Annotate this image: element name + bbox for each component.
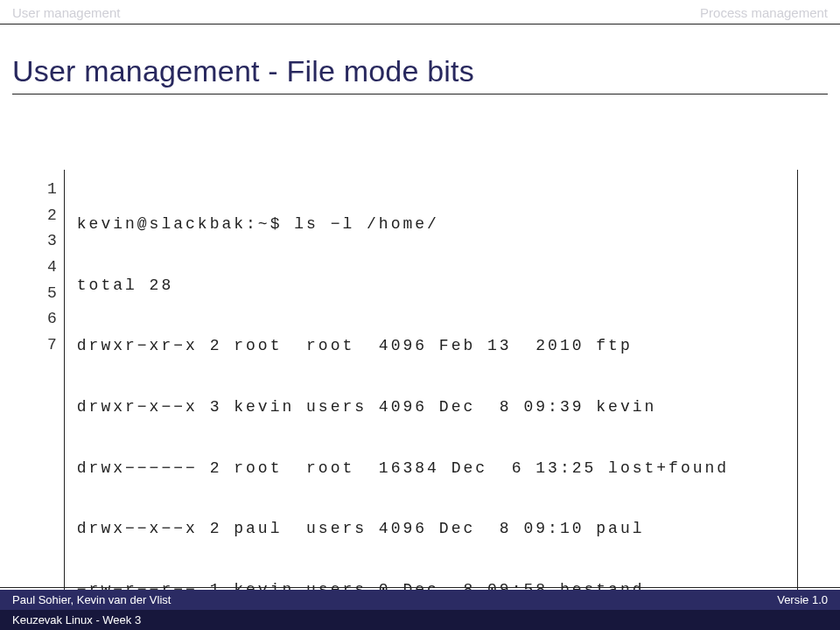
- slide: User management Process management User …: [0, 0, 840, 630]
- footer-row-bottom: Keuzevak Linux - Week 3: [0, 610, 840, 630]
- line-number-column: 1 2 3 4 5 6 7: [42, 170, 65, 630]
- code-line: drwx−−x−−x 2 paul users 4096 Dec 8 09:10…: [77, 516, 785, 542]
- footer: Paul Sohier, Kevin van der Vlist Versie …: [0, 587, 840, 630]
- title-block: User management - File mode bits: [0, 24, 840, 94]
- code-line: drwxr−xr−x 2 root root 4096 Feb 13 2010 …: [77, 333, 785, 360]
- code-line: drwx−−−−−− 2 root root 16384 Dec 6 13:25…: [77, 456, 785, 482]
- footer-rule: [0, 587, 840, 588]
- footer-course: Keuzevak Linux - Week 3: [12, 613, 141, 626]
- page-title: User management - File mode bits: [12, 54, 828, 88]
- header: User management Process management: [0, 0, 840, 24]
- code-listing: 1 2 3 4 5 6 7 kevin@slackbak:~$ ls −l /h…: [42, 170, 798, 630]
- footer-row-top: Paul Sohier, Kevin van der Vlist Versie …: [0, 590, 840, 610]
- line-number: 7: [47, 332, 57, 359]
- code-line: total 28: [77, 273, 785, 299]
- header-section-left: User management: [12, 5, 120, 20]
- footer-version: Versie 1.0: [777, 593, 828, 606]
- line-number: 1: [47, 177, 57, 203]
- footer-authors: Paul Sohier, Kevin van der Vlist: [12, 593, 171, 606]
- line-number: 3: [47, 228, 57, 255]
- code-line: drwxr−x−−x 3 kevin users 4096 Dec 8 09:3…: [77, 395, 785, 421]
- body: 1 2 3 4 5 6 7 kevin@slackbak:~$ ls −l /h…: [0, 94, 840, 630]
- line-number: 4: [47, 255, 57, 281]
- code-line: kevin@slackbak:~$ ls −l /home/: [77, 212, 785, 238]
- header-row: User management Process management: [0, 0, 840, 20]
- code-column: kevin@slackbak:~$ ls −l /home/ total 28 …: [65, 170, 798, 630]
- line-number: 5: [47, 281, 57, 307]
- line-number: 6: [47, 306, 57, 332]
- header-section-right: Process management: [700, 5, 828, 20]
- line-number: 2: [47, 203, 57, 229]
